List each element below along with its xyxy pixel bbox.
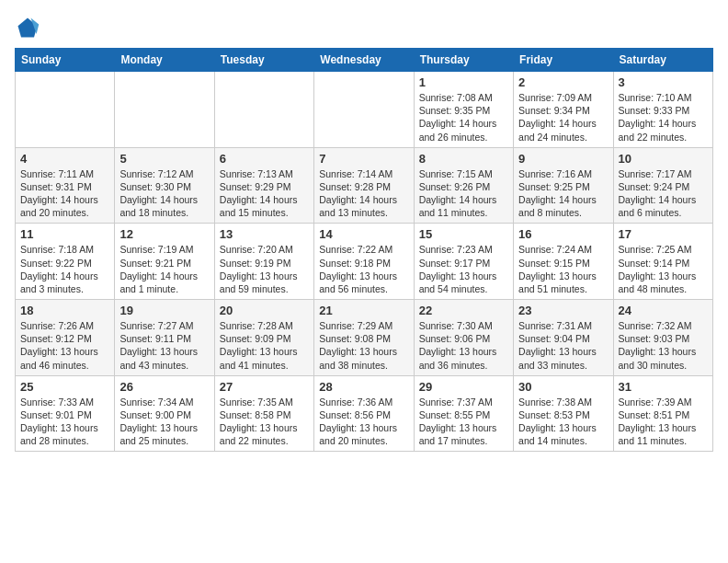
day-info: Sunrise: 7:20 AM Sunset: 9:19 PM Dayligh…: [220, 243, 309, 295]
day-info: Sunrise: 7:08 AM Sunset: 9:35 PM Dayligh…: [419, 91, 508, 144]
day-info: Sunrise: 7:12 AM Sunset: 9:30 PM Dayligh…: [119, 167, 209, 220]
logo-icon: [15, 15, 40, 40]
day-info: Sunrise: 7:14 AM Sunset: 9:28 PM Dayligh…: [319, 167, 408, 220]
page-header: [15, 15, 713, 40]
calendar-cell: [314, 72, 414, 148]
day-info: Sunrise: 7:25 AM Sunset: 9:14 PM Dayligh…: [619, 243, 708, 295]
calendar-week-row: 4Sunrise: 7:11 AM Sunset: 9:31 PM Daylig…: [16, 147, 713, 224]
day-number: 5: [119, 152, 209, 166]
day-info: Sunrise: 7:36 AM Sunset: 8:56 PM Dayligh…: [319, 396, 408, 448]
day-info: Sunrise: 7:27 AM Sunset: 9:11 PM Dayligh…: [119, 319, 209, 372]
day-number: 23: [518, 304, 608, 317]
weekday-header-monday: Monday: [115, 49, 214, 72]
calendar-cell: 20Sunrise: 7:28 AM Sunset: 9:09 PM Dayli…: [214, 300, 313, 376]
day-number: 4: [20, 152, 109, 166]
day-info: Sunrise: 7:33 AM Sunset: 9:01 PM Dayligh…: [20, 396, 109, 448]
day-number: 8: [419, 152, 508, 166]
day-number: 12: [119, 227, 209, 241]
calendar-cell: 8Sunrise: 7:15 AM Sunset: 9:26 PM Daylig…: [414, 147, 513, 224]
weekday-header-row: SundayMondayTuesdayWednesdayThursdayFrid…: [16, 49, 713, 72]
day-info: Sunrise: 7:29 AM Sunset: 9:08 PM Dayligh…: [319, 319, 408, 372]
calendar-cell: 17Sunrise: 7:25 AM Sunset: 9:14 PM Dayli…: [613, 224, 712, 300]
day-number: 27: [220, 380, 309, 394]
day-info: Sunrise: 7:31 AM Sunset: 9:04 PM Dayligh…: [518, 319, 608, 372]
day-info: Sunrise: 7:26 AM Sunset: 9:12 PM Dayligh…: [20, 319, 109, 372]
calendar-week-row: 18Sunrise: 7:26 AM Sunset: 9:12 PM Dayli…: [16, 300, 713, 376]
calendar-cell: 26Sunrise: 7:34 AM Sunset: 9:00 PM Dayli…: [115, 375, 214, 452]
day-number: 24: [619, 304, 708, 317]
calendar-cell: 3Sunrise: 7:10 AM Sunset: 9:33 PM Daylig…: [613, 72, 712, 148]
calendar-cell: 19Sunrise: 7:27 AM Sunset: 9:11 PM Dayli…: [115, 300, 214, 376]
calendar-cell: 12Sunrise: 7:19 AM Sunset: 9:21 PM Dayli…: [115, 224, 214, 300]
day-number: 25: [20, 380, 109, 394]
day-info: Sunrise: 7:13 AM Sunset: 9:29 PM Dayligh…: [220, 167, 309, 220]
calendar-cell: 23Sunrise: 7:31 AM Sunset: 9:04 PM Dayli…: [514, 300, 613, 376]
day-info: Sunrise: 7:35 AM Sunset: 8:58 PM Dayligh…: [220, 396, 309, 448]
calendar-cell: 28Sunrise: 7:36 AM Sunset: 8:56 PM Dayli…: [314, 375, 414, 452]
day-info: Sunrise: 7:28 AM Sunset: 9:09 PM Dayligh…: [220, 319, 309, 372]
calendar-cell: 16Sunrise: 7:24 AM Sunset: 9:15 PM Dayli…: [514, 224, 613, 300]
calendar-cell: 27Sunrise: 7:35 AM Sunset: 8:58 PM Dayli…: [214, 375, 313, 452]
calendar-cell: 6Sunrise: 7:13 AM Sunset: 9:29 PM Daylig…: [214, 147, 313, 224]
day-number: 13: [220, 227, 309, 241]
day-number: 9: [518, 152, 608, 166]
day-number: 29: [419, 380, 508, 394]
day-number: 11: [20, 227, 109, 241]
day-number: 26: [119, 380, 209, 394]
day-info: Sunrise: 7:22 AM Sunset: 9:18 PM Dayligh…: [319, 243, 408, 295]
weekday-header-saturday: Saturday: [613, 49, 712, 72]
calendar-cell: 7Sunrise: 7:14 AM Sunset: 9:28 PM Daylig…: [314, 147, 414, 224]
calendar-cell: [214, 72, 313, 148]
calendar-cell: 5Sunrise: 7:12 AM Sunset: 9:30 PM Daylig…: [115, 147, 214, 224]
calendar-cell: 30Sunrise: 7:38 AM Sunset: 8:53 PM Dayli…: [514, 375, 613, 452]
day-info: Sunrise: 7:32 AM Sunset: 9:03 PM Dayligh…: [619, 319, 708, 372]
day-info: Sunrise: 7:16 AM Sunset: 9:25 PM Dayligh…: [518, 167, 608, 220]
calendar-cell: 31Sunrise: 7:39 AM Sunset: 8:51 PM Dayli…: [613, 375, 712, 452]
calendar-cell: 4Sunrise: 7:11 AM Sunset: 9:31 PM Daylig…: [16, 147, 115, 224]
day-info: Sunrise: 7:19 AM Sunset: 9:21 PM Dayligh…: [119, 243, 209, 295]
day-info: Sunrise: 7:09 AM Sunset: 9:34 PM Dayligh…: [518, 91, 608, 144]
day-info: Sunrise: 7:11 AM Sunset: 9:31 PM Dayligh…: [20, 167, 109, 220]
day-info: Sunrise: 7:34 AM Sunset: 9:00 PM Dayligh…: [119, 396, 209, 448]
day-info: Sunrise: 7:10 AM Sunset: 9:33 PM Dayligh…: [619, 91, 708, 144]
calendar-cell: 15Sunrise: 7:23 AM Sunset: 9:17 PM Dayli…: [414, 224, 513, 300]
day-number: 22: [419, 304, 508, 317]
day-info: Sunrise: 7:23 AM Sunset: 9:17 PM Dayligh…: [419, 243, 508, 295]
calendar-cell: 21Sunrise: 7:29 AM Sunset: 9:08 PM Dayli…: [314, 300, 414, 376]
day-number: 3: [619, 75, 708, 89]
day-info: Sunrise: 7:18 AM Sunset: 9:22 PM Dayligh…: [20, 243, 109, 295]
day-info: Sunrise: 7:30 AM Sunset: 9:06 PM Dayligh…: [419, 319, 508, 372]
day-info: Sunrise: 7:24 AM Sunset: 9:15 PM Dayligh…: [518, 243, 608, 295]
day-number: 31: [619, 380, 708, 394]
calendar-cell: 22Sunrise: 7:30 AM Sunset: 9:06 PM Dayli…: [414, 300, 513, 376]
calendar-week-row: 1Sunrise: 7:08 AM Sunset: 9:35 PM Daylig…: [16, 72, 713, 148]
day-number: 19: [119, 304, 209, 317]
day-number: 17: [619, 227, 708, 241]
calendar-week-row: 11Sunrise: 7:18 AM Sunset: 9:22 PM Dayli…: [16, 224, 713, 300]
calendar-cell: 14Sunrise: 7:22 AM Sunset: 9:18 PM Dayli…: [314, 224, 414, 300]
day-number: 21: [319, 304, 408, 317]
calendar-cell: 13Sunrise: 7:20 AM Sunset: 9:19 PM Dayli…: [214, 224, 313, 300]
calendar-cell: 24Sunrise: 7:32 AM Sunset: 9:03 PM Dayli…: [613, 300, 712, 376]
day-info: Sunrise: 7:17 AM Sunset: 9:24 PM Dayligh…: [619, 167, 708, 220]
calendar-cell: 25Sunrise: 7:33 AM Sunset: 9:01 PM Dayli…: [16, 375, 115, 452]
calendar-cell: 18Sunrise: 7:26 AM Sunset: 9:12 PM Dayli…: [16, 300, 115, 376]
day-info: Sunrise: 7:37 AM Sunset: 8:55 PM Dayligh…: [419, 396, 508, 448]
day-number: 16: [518, 227, 608, 241]
calendar-cell: [16, 72, 115, 148]
calendar-table: SundayMondayTuesdayWednesdayThursdayFrid…: [15, 48, 713, 452]
day-info: Sunrise: 7:38 AM Sunset: 8:53 PM Dayligh…: [518, 396, 608, 448]
day-number: 28: [319, 380, 408, 394]
calendar-cell: 29Sunrise: 7:37 AM Sunset: 8:55 PM Dayli…: [414, 375, 513, 452]
day-number: 30: [518, 380, 608, 394]
calendar-cell: 1Sunrise: 7:08 AM Sunset: 9:35 PM Daylig…: [414, 72, 513, 148]
weekday-header-thursday: Thursday: [414, 49, 513, 72]
calendar-cell: 10Sunrise: 7:17 AM Sunset: 9:24 PM Dayli…: [613, 147, 712, 224]
logo: [15, 15, 44, 40]
weekday-header-friday: Friday: [514, 49, 613, 72]
calendar-cell: [115, 72, 214, 148]
weekday-header-wednesday: Wednesday: [314, 49, 414, 72]
day-info: Sunrise: 7:15 AM Sunset: 9:26 PM Dayligh…: [419, 167, 508, 220]
calendar-week-row: 25Sunrise: 7:33 AM Sunset: 9:01 PM Dayli…: [16, 375, 713, 452]
calendar-cell: 9Sunrise: 7:16 AM Sunset: 9:25 PM Daylig…: [514, 147, 613, 224]
